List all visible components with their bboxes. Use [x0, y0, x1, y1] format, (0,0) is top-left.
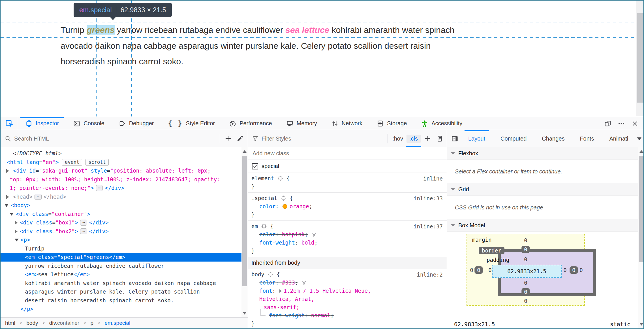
collapsed-children-icon[interactable]: ⋯ — [80, 220, 87, 226]
css-declaration[interactable]: color: #333; — [251, 279, 404, 287]
tab-debugger[interactable]: Debugger — [112, 117, 161, 130]
box-model-content-box[interactable]: 62.9833×21.5 — [492, 265, 562, 278]
padding-right-value[interactable]: 0 — [563, 267, 566, 273]
margin-right-value[interactable]: 0 — [579, 267, 583, 273]
tab-performance[interactable]: Performance — [222, 117, 279, 130]
rule-source-link[interactable]: inline — [423, 175, 443, 183]
margin-left-value[interactable]: 0 — [470, 267, 473, 273]
tab-memory[interactable]: Memory — [279, 117, 324, 130]
color-swatch[interactable] — [283, 204, 287, 209]
scroll-down-arrow[interactable] — [639, 323, 643, 326]
sidebar-tab-changes[interactable]: Changes — [534, 130, 572, 147]
rule-source-link[interactable]: inline:2 — [417, 271, 443, 279]
border-right-value[interactable]: 0 — [570, 266, 578, 274]
tree-row[interactable]: yarrow ricebean rutabaga endive cauliflo… — [1, 262, 241, 270]
twisty-collapsed-icon[interactable] — [15, 230, 18, 234]
scroll-up-arrow[interactable] — [243, 150, 247, 153]
scroll-up-arrow[interactable] — [639, 150, 643, 153]
tree-row[interactable]: <body> — [1, 201, 241, 210]
overridden-filter-icon[interactable] — [311, 232, 317, 237]
css-declaration[interactable]: font-weight: bold; — [251, 239, 404, 247]
twisty-collapsed-icon[interactable] — [279, 289, 282, 293]
twisty-expanded-icon[interactable] — [15, 239, 19, 241]
breadcrumb-item[interactable]: html — [5, 320, 15, 326]
collapsed-children-icon[interactable]: ⋯ — [80, 228, 87, 234]
tab-storage[interactable]: Storage — [369, 117, 414, 130]
collapsed-children-icon[interactable]: ⋯ — [96, 185, 103, 191]
rule-source-link[interactable]: inline:37 — [414, 222, 443, 231]
breadcrumb-item[interactable]: em.special — [104, 320, 130, 326]
responsive-mode-button[interactable] — [602, 118, 613, 129]
tab-console[interactable]: Console — [66, 117, 111, 130]
tab-style-editor[interactable]: { }Style Editor — [161, 117, 222, 130]
add-node-button[interactable] — [222, 132, 234, 145]
tree-row[interactable]: <html lang="en">eventscroll — [1, 158, 241, 167]
tab-inspector[interactable]: Inspector — [18, 117, 66, 130]
breadcrumb-item[interactable]: div.container — [49, 320, 79, 326]
tree-row[interactable]: <p> — [1, 235, 241, 244]
padding-top-value[interactable]: 0 — [524, 256, 527, 262]
pseudo-class-button[interactable]: :hov — [390, 135, 405, 142]
overridden-filter-icon[interactable] — [301, 280, 307, 285]
markup-scrollbar[interactable] — [241, 147, 248, 317]
collapsed-children-icon[interactable]: ⋯ — [35, 194, 42, 200]
tree-row[interactable]: <!DOCTYPE html> — [1, 149, 241, 158]
boxmodel-section-header[interactable]: Box Model — [447, 219, 638, 232]
sidebar-tab-animati[interactable]: Animati — [602, 130, 636, 147]
eyedropper-button[interactable] — [234, 132, 246, 145]
border-top-value[interactable]: 0 — [521, 246, 530, 253]
more-options-button[interactable] — [616, 118, 627, 129]
tree-row[interactable]: <div class="container"> — [1, 210, 241, 218]
flexbox-section-header[interactable]: Flexbox — [447, 147, 638, 160]
tree-row[interactable]: <em>sea lettuce</em> — [1, 270, 241, 279]
node-badge[interactable]: scroll — [85, 159, 108, 166]
css-declaration[interactable]: font: 1.2em / 1.5 Helvetica Neue, Helvet… — [251, 287, 404, 303]
all-tabs-button[interactable] — [635, 130, 643, 147]
margin-top-value[interactable]: 0 — [524, 237, 527, 243]
twisty-expanded-icon[interactable] — [5, 204, 8, 207]
twisty-collapsed-icon[interactable] — [6, 195, 9, 199]
border-bottom-value[interactable]: 0 — [521, 288, 530, 296]
add-rule-button[interactable] — [422, 132, 434, 145]
print-media-button[interactable] — [434, 132, 446, 145]
pick-element-button[interactable] — [1, 117, 18, 130]
css-declaration[interactable]: color: orange; — [251, 202, 404, 211]
layout-scrollbar[interactable] — [638, 147, 644, 328]
scroll-down-arrow[interactable] — [243, 312, 247, 315]
highlight-selector-icon[interactable] — [261, 223, 267, 229]
css-declaration[interactable]: color: hotpink; — [251, 230, 404, 239]
tree-row[interactable]: </p> — [1, 305, 241, 313]
highlight-selector-icon[interactable] — [268, 271, 273, 277]
sidebar-tab-computed[interactable]: Computed — [493, 130, 534, 147]
tree-row-selected[interactable]: <em class="special">greens</em> — [1, 253, 241, 262]
class-panel-button[interactable]: .cls — [405, 130, 422, 147]
sidebar-toggle-button[interactable] — [449, 132, 461, 145]
tab-network[interactable]: Network — [324, 117, 369, 130]
padding-bottom-value[interactable]: 0 — [524, 280, 527, 286]
sidebar-tab-fonts[interactable]: Fonts — [572, 130, 602, 147]
class-checkbox[interactable] — [252, 163, 258, 169]
twisty-collapsed-icon[interactable] — [6, 169, 9, 173]
page-scrollbar-thumb[interactable] — [637, 13, 643, 103]
add-new-class-input[interactable] — [253, 150, 437, 157]
node-badge[interactable]: event — [62, 159, 82, 166]
highlight-selector-icon[interactable] — [281, 195, 286, 201]
margin-bottom-value[interactable]: 0 — [524, 298, 527, 304]
tree-row[interactable]: Turnip — [1, 244, 241, 253]
breadcrumb-item[interactable]: p — [90, 320, 93, 326]
border-left-value[interactable]: 0 — [474, 266, 483, 274]
sidebar-tab-layout[interactable]: Layout — [461, 130, 493, 147]
tab-accessibility[interactable]: Accessibility — [414, 117, 469, 130]
tree-row[interactable]: kohlrabi amaranth water spinach avocado … — [1, 279, 241, 305]
close-button[interactable] — [629, 118, 641, 129]
search-input[interactable] — [14, 135, 217, 142]
tree-row[interactable]: <div id="saka-gui-root" style="position:… — [1, 166, 241, 192]
tree-row[interactable]: <div class="box1">⋯</div> — [1, 218, 241, 227]
padding-left-value[interactable]: 0 — [488, 267, 491, 273]
twisty-collapsed-icon[interactable] — [15, 221, 18, 225]
markup-scrollbar-thumb[interactable] — [242, 156, 247, 286]
highlight-selector-icon[interactable] — [277, 175, 283, 181]
twisty-expanded-icon[interactable] — [10, 213, 14, 216]
filter-styles-input[interactable] — [262, 135, 385, 142]
grid-section-header[interactable]: Grid — [447, 183, 638, 196]
